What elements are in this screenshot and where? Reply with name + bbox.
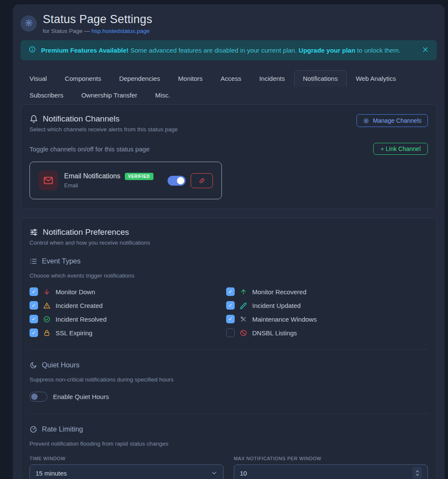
channels-title: Notification Channels xyxy=(43,114,120,124)
tools-icon xyxy=(240,316,247,323)
verified-badge: VERIFIED xyxy=(125,173,153,180)
lock-icon xyxy=(43,329,50,337)
preferences-subtitle: Control when and how you receive notific… xyxy=(29,240,428,246)
max-notifications-label: MAX NOTIFICATIONS PER WINDOW xyxy=(234,456,428,461)
tab-bar: VisualComponentsDependenciesMonitorsAcce… xyxy=(21,70,437,103)
quiet-hours-toggle[interactable] xyxy=(29,392,47,402)
info-icon xyxy=(29,46,36,55)
tab-components[interactable]: Components xyxy=(56,70,110,87)
banner-bold: Premium Features Available! xyxy=(41,47,129,54)
event-type-label: Maintenance Windows xyxy=(252,316,317,323)
event-type-item: ✓Incident Updated xyxy=(226,301,428,310)
channels-subtitle: Select which channels receive alerts fro… xyxy=(29,126,178,133)
premium-banner: Premium Features Available! Some advance… xyxy=(21,40,437,60)
channel-toggle[interactable] xyxy=(168,176,186,186)
quiet-hours-desc: Suppress non-critical notifications duri… xyxy=(29,376,428,383)
event-type-label: Incident Updated xyxy=(252,302,301,309)
time-window-select[interactable]: 15 minutes xyxy=(29,464,224,479)
event-types-grid: ✓Monitor Down✓Monitor Recovered✓Incident… xyxy=(29,287,428,337)
tab-dependencies[interactable]: Dependencies xyxy=(110,70,169,87)
pencil-icon xyxy=(240,302,247,309)
tab-access[interactable]: Access xyxy=(212,70,250,87)
event-types-heading: Event Types xyxy=(42,257,81,265)
page-title: Status Page Settings xyxy=(43,13,152,26)
event-type-label: SSL Expiring xyxy=(56,329,92,337)
tab-subscribers[interactable]: Subscribers xyxy=(21,87,72,103)
banner-text: Premium Features Available! Some advance… xyxy=(41,47,401,54)
sliders-icon xyxy=(29,228,38,237)
tab-misc[interactable]: Misc. xyxy=(146,87,179,103)
event-types-desc: Choose which events trigger notification… xyxy=(29,272,428,279)
check-circle-icon xyxy=(43,316,50,323)
gear-icon xyxy=(21,15,37,32)
number-stepper[interactable] xyxy=(413,467,422,479)
tab-visual[interactable]: Visual xyxy=(21,70,56,87)
event-type-item: DNSBL Listings xyxy=(226,328,428,337)
divider xyxy=(29,414,428,414)
chevron-down-icon xyxy=(211,470,218,476)
moon-icon xyxy=(29,361,37,369)
list-icon xyxy=(29,257,37,265)
link-icon xyxy=(199,177,205,184)
ban-icon xyxy=(240,329,247,337)
page-header: Status Page Settings for Status Page — h… xyxy=(21,11,437,34)
arrow-up-icon xyxy=(240,288,247,296)
max-notifications-input[interactable]: 10 xyxy=(234,464,428,479)
channel-type: Email xyxy=(64,182,153,189)
event-type-label: Monitor Recovered xyxy=(252,288,307,296)
event-type-label: Incident Resolved xyxy=(56,316,106,323)
quiet-hours-toggle-label: Enable Quiet Hours xyxy=(53,393,109,400)
event-type-label: Monitor Down xyxy=(56,288,95,296)
settings-panel: Status Page Settings for Status Page — h… xyxy=(13,4,445,479)
warning-icon xyxy=(43,302,50,309)
arrow-down-icon xyxy=(43,288,50,296)
divider xyxy=(29,349,428,350)
status-page-link[interactable]: hsp.hostedstatus.page xyxy=(91,28,150,34)
preferences-title: Notification Preferences xyxy=(43,228,129,237)
notification-preferences-card: Notification Preferences Control when an… xyxy=(21,218,437,479)
gear-icon xyxy=(363,118,369,124)
toggle-hint: Toggle channels on/off for this status p… xyxy=(29,145,150,153)
notification-channels-card: Notification Channels Select which chann… xyxy=(21,104,437,209)
checkbox[interactable] xyxy=(226,328,235,337)
checkbox[interactable]: ✓ xyxy=(29,315,38,323)
checkbox[interactable]: ✓ xyxy=(29,328,38,337)
close-icon[interactable] xyxy=(422,46,429,55)
checkbox[interactable]: ✓ xyxy=(29,287,38,296)
tab-monitors[interactable]: Monitors xyxy=(169,70,212,87)
checkbox[interactable]: ✓ xyxy=(226,287,235,296)
quiet-hours-heading: Quiet Hours xyxy=(42,361,80,369)
event-type-item: ✓SSL Expiring xyxy=(29,328,226,337)
tab-web-analytics[interactable]: Web Analytics xyxy=(347,70,405,87)
manage-channels-button[interactable]: Manage Channels xyxy=(357,114,428,127)
upgrade-plan-link[interactable]: Upgrade your plan xyxy=(299,47,356,54)
channel-card-email: Email Notifications VERIFIED Email xyxy=(29,162,222,199)
subtitle-prefix: for Status Page — xyxy=(43,28,91,34)
event-type-label: Incident Created xyxy=(56,302,103,309)
rate-limiting-heading: Rate Limiting xyxy=(42,425,83,433)
event-type-item: ✓Maintenance Windows xyxy=(226,314,428,324)
event-type-item: ✓Incident Resolved xyxy=(29,314,226,324)
event-type-item: ✓Incident Created xyxy=(29,301,226,310)
link-channel-button[interactable]: + Link Channel xyxy=(373,143,428,155)
unlink-channel-button[interactable] xyxy=(191,173,213,188)
checkbox[interactable]: ✓ xyxy=(226,315,235,323)
checkbox[interactable]: ✓ xyxy=(29,301,38,310)
tab-ownership-transfer[interactable]: Ownership Transfer xyxy=(72,87,146,103)
page-subtitle: for Status Page — hsp.hostedstatus.page xyxy=(43,28,152,34)
checkbox[interactable]: ✓ xyxy=(226,301,235,310)
time-window-label: TIME WINDOW xyxy=(29,456,224,461)
gauge-icon xyxy=(29,426,37,433)
bell-icon xyxy=(29,115,38,123)
tab-incidents[interactable]: Incidents xyxy=(250,70,294,87)
event-type-item: ✓Monitor Recovered xyxy=(226,287,428,296)
tab-notifications[interactable]: Notifications xyxy=(294,70,347,87)
channel-name: Email Notifications xyxy=(64,172,121,180)
rate-limiting-desc: Prevent notification flooding from rapid… xyxy=(29,441,428,447)
event-type-item: ✓Monitor Down xyxy=(29,287,226,296)
event-type-label: DNSBL Listings xyxy=(252,329,297,337)
mail-icon xyxy=(38,171,58,190)
